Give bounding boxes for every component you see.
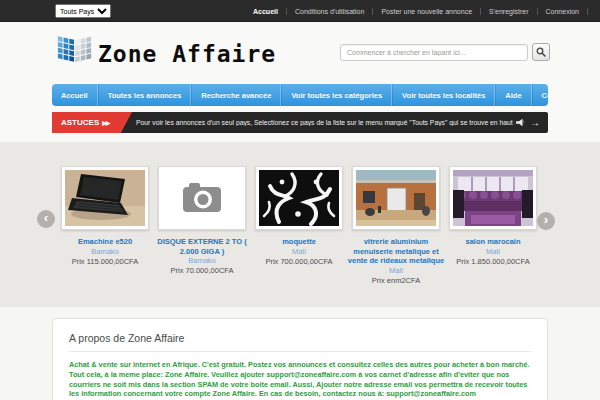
header: Zone Affaire (0, 22, 600, 84)
top-link-poster-annonce[interactable]: Poster une nouvelle annonce (373, 8, 481, 15)
search-button[interactable] (532, 43, 550, 61)
nav-item-accueil[interactable]: Accueil (52, 84, 98, 106)
ad-location: Bamako (52, 247, 158, 257)
ad-title-link[interactable]: moquette (246, 237, 352, 247)
ad-thumbnail[interactable] (61, 166, 149, 230)
ad-price: Prix 1.850.000,00CFA (440, 257, 546, 267)
search-input[interactable] (340, 44, 528, 61)
ad-location: Bamako (149, 256, 255, 266)
cube-logo-icon (56, 34, 94, 74)
tips-banner: ASTUCES ▶▶ Pour voir les annonces d'un s… (52, 112, 548, 133)
nav-item-aide[interactable]: Aide (495, 84, 531, 106)
ad-location: Mali (440, 247, 546, 257)
tips-next-arrow[interactable]: → (530, 117, 540, 128)
country-select[interactable]: Touts Pays (55, 4, 111, 18)
about-text: Achat & vente sur internet en Afrique. C… (69, 360, 531, 399)
ad-location: Mali (246, 247, 352, 257)
fast-forward-icon: ▶▶ (102, 119, 109, 126)
logo[interactable]: Zone Affaire (56, 34, 276, 74)
laptop-photo (65, 170, 145, 226)
top-link-senregistrer[interactable]: S'enregistrer (481, 8, 537, 15)
ad-thumbnail[interactable] (449, 166, 537, 230)
nav-item-categories[interactable]: Voir toutes les catégories (281, 84, 392, 106)
ad-price: Prix 70.000,00CFA (149, 266, 255, 276)
divider (69, 351, 531, 352)
ad-card: DISQUE EXTERNE 2 TO ( 2.000 GIGA ) Bamak… (158, 166, 246, 276)
top-links: Accueil Conditions d'utilisation Poster … (245, 0, 588, 22)
moroccan-salon-photo (453, 170, 533, 226)
ad-thumbnail[interactable] (352, 166, 440, 230)
ad-card: salon marocain Mali Prix 1.850.000,00CFA (449, 166, 537, 267)
ad-title-link[interactable]: salon marocain (440, 237, 546, 247)
nav-item-recherche-avancee[interactable]: Recherche avancée (191, 84, 281, 106)
damask-pattern-photo (259, 170, 339, 226)
search-icon (536, 47, 546, 57)
ad-title-link[interactable]: DISQUE EXTERNE 2 TO ( 2.000 GIGA ) (149, 237, 255, 256)
top-link-conditions[interactable]: Conditions d'utilisation (287, 8, 373, 15)
top-bar: Touts Pays Accueil Conditions d'utilisat… (0, 0, 600, 22)
ad-title-link[interactable]: Emachine e520 (52, 237, 158, 247)
search-box (340, 43, 550, 61)
storefront-photo (356, 170, 436, 226)
main-nav: Accueil Toutes les annonces Recherche av… (52, 84, 548, 106)
tips-message: Pour voir les annonces d'un seul pays, S… (132, 119, 515, 126)
nav-item-toutes-annonces[interactable]: Toutes les annonces (98, 84, 192, 106)
featured-ads-carousel: ‹ › Emachine e520 Bamako (0, 160, 600, 300)
logo-text: Zone Affaire (98, 41, 276, 67)
carousel-prev-button[interactable]: ‹ (37, 210, 55, 228)
carousel-next-button[interactable]: › (537, 212, 555, 230)
top-link-accueil[interactable]: Accueil (245, 8, 287, 15)
tips-label: ASTUCES ▶▶ (52, 112, 132, 133)
top-link-connexion[interactable]: Connexion (538, 8, 588, 15)
ad-location: Mali (343, 266, 449, 276)
ad-card: moquette Mali Prix 700.000,00CFA (255, 166, 343, 267)
nav-item-contactez-nous[interactable]: Contactez Nous (532, 84, 548, 106)
ad-card: vitrerie aluminium menuiserie metalique … (352, 166, 440, 286)
ad-price: Prix enm2CFA (343, 276, 449, 286)
ad-title-link[interactable]: vitrerie aluminium menuiserie metalique … (343, 237, 449, 266)
ad-thumbnail[interactable] (158, 166, 246, 230)
page: Touts Pays Accueil Conditions d'utilisat… (0, 0, 600, 400)
ad-price: Prix 115.000,00CFA (52, 257, 158, 267)
ad-thumbnail[interactable] (255, 166, 343, 230)
about-section: A propos de Zone Affaire Achat & vente s… (52, 318, 548, 400)
camera-placeholder-icon (162, 170, 242, 226)
nav-item-localites[interactable]: Voir toutes les localités (392, 84, 495, 106)
tips-label-text: ASTUCES (61, 118, 99, 127)
ad-card: Emachine e520 Bamako Prix 115.000,00CFA (61, 166, 149, 267)
tips-end: → (515, 117, 540, 128)
about-title: A propos de Zone Affaire (69, 332, 531, 344)
ad-price: Prix 700.000,00CFA (246, 257, 352, 267)
megaphone-icon (515, 118, 524, 127)
